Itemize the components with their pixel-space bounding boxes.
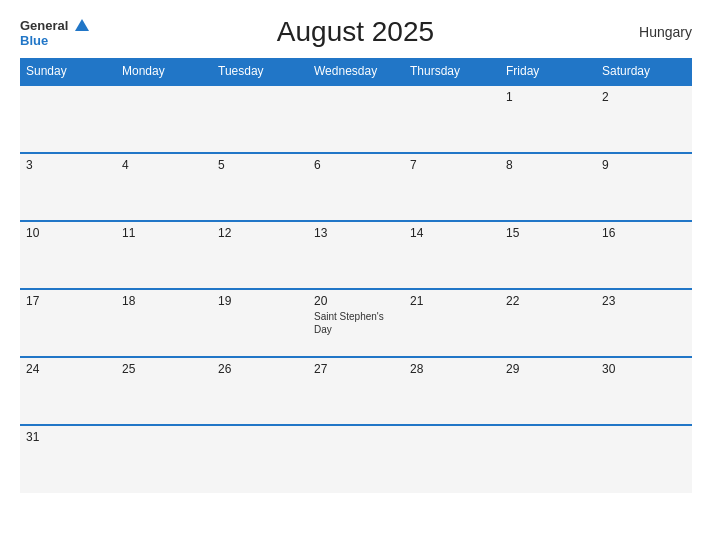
weekday-header-thursday: Thursday xyxy=(404,58,500,85)
day-number: 15 xyxy=(506,226,590,240)
day-number: 25 xyxy=(122,362,206,376)
weekday-header-row: SundayMondayTuesdayWednesdayThursdayFrid… xyxy=(20,58,692,85)
calendar-header: General Blue August 2025 Hungary xyxy=(20,16,692,48)
calendar-day-empty xyxy=(308,85,404,153)
day-number: 18 xyxy=(122,294,206,308)
calendar-day: 25 xyxy=(116,357,212,425)
calendar-day: 28 xyxy=(404,357,500,425)
calendar-day: 4 xyxy=(116,153,212,221)
weekday-header-sunday: Sunday xyxy=(20,58,116,85)
day-number: 14 xyxy=(410,226,494,240)
day-number: 27 xyxy=(314,362,398,376)
day-number: 19 xyxy=(218,294,302,308)
day-number: 5 xyxy=(218,158,302,172)
calendar-day: 12 xyxy=(212,221,308,289)
day-number: 10 xyxy=(26,226,110,240)
calendar-container: General Blue August 2025 Hungary SundayM… xyxy=(0,0,712,550)
calendar-day: 15 xyxy=(500,221,596,289)
calendar-day: 31 xyxy=(20,425,116,493)
calendar-week-row: 3456789 xyxy=(20,153,692,221)
day-number: 3 xyxy=(26,158,110,172)
calendar-day: 23 xyxy=(596,289,692,357)
calendar-week-row: 10111213141516 xyxy=(20,221,692,289)
calendar-day: 13 xyxy=(308,221,404,289)
day-number: 13 xyxy=(314,226,398,240)
calendar-day: 27 xyxy=(308,357,404,425)
calendar-day: 14 xyxy=(404,221,500,289)
calendar-day: 21 xyxy=(404,289,500,357)
calendar-day: 3 xyxy=(20,153,116,221)
calendar-day: 8 xyxy=(500,153,596,221)
day-number: 9 xyxy=(602,158,686,172)
logo-general: General xyxy=(20,16,89,34)
calendar-week-row: 31 xyxy=(20,425,692,493)
day-number: 1 xyxy=(506,90,590,104)
calendar-day: 2 xyxy=(596,85,692,153)
calendar-day: 29 xyxy=(500,357,596,425)
weekday-header-monday: Monday xyxy=(116,58,212,85)
day-number: 7 xyxy=(410,158,494,172)
day-number: 28 xyxy=(410,362,494,376)
day-number: 12 xyxy=(218,226,302,240)
logo-blue: Blue xyxy=(20,34,89,48)
country-label: Hungary xyxy=(622,24,692,40)
calendar-day: 20Saint Stephen's Day xyxy=(308,289,404,357)
calendar-day: 7 xyxy=(404,153,500,221)
calendar-day: 6 xyxy=(308,153,404,221)
calendar-day: 9 xyxy=(596,153,692,221)
calendar-day: 10 xyxy=(20,221,116,289)
calendar-week-row: 17181920Saint Stephen's Day212223 xyxy=(20,289,692,357)
day-number: 4 xyxy=(122,158,206,172)
calendar-grid: SundayMondayTuesdayWednesdayThursdayFrid… xyxy=(20,58,692,493)
calendar-day-empty xyxy=(596,425,692,493)
day-number: 29 xyxy=(506,362,590,376)
day-number: 31 xyxy=(26,430,110,444)
calendar-day-empty xyxy=(116,85,212,153)
calendar-title: August 2025 xyxy=(89,16,622,48)
calendar-day-empty xyxy=(308,425,404,493)
day-number: 30 xyxy=(602,362,686,376)
day-number: 2 xyxy=(602,90,686,104)
day-number: 26 xyxy=(218,362,302,376)
day-number: 16 xyxy=(602,226,686,240)
calendar-day: 5 xyxy=(212,153,308,221)
calendar-day-empty xyxy=(212,85,308,153)
calendar-day: 24 xyxy=(20,357,116,425)
logo-triangle-icon xyxy=(75,19,89,31)
day-number: 20 xyxy=(314,294,398,308)
day-number: 11 xyxy=(122,226,206,240)
calendar-day: 17 xyxy=(20,289,116,357)
calendar-day-empty xyxy=(500,425,596,493)
calendar-day: 11 xyxy=(116,221,212,289)
day-number: 17 xyxy=(26,294,110,308)
day-number: 24 xyxy=(26,362,110,376)
calendar-day: 19 xyxy=(212,289,308,357)
calendar-day: 26 xyxy=(212,357,308,425)
calendar-week-row: 24252627282930 xyxy=(20,357,692,425)
day-event: Saint Stephen's Day xyxy=(314,310,398,336)
weekday-header-friday: Friday xyxy=(500,58,596,85)
weekday-header-saturday: Saturday xyxy=(596,58,692,85)
day-number: 21 xyxy=(410,294,494,308)
logo: General Blue xyxy=(20,16,89,48)
weekday-header-wednesday: Wednesday xyxy=(308,58,404,85)
calendar-day-empty xyxy=(404,425,500,493)
calendar-day: 30 xyxy=(596,357,692,425)
calendar-day: 22 xyxy=(500,289,596,357)
day-number: 8 xyxy=(506,158,590,172)
day-number: 23 xyxy=(602,294,686,308)
calendar-day: 1 xyxy=(500,85,596,153)
calendar-day-empty xyxy=(20,85,116,153)
calendar-day: 16 xyxy=(596,221,692,289)
weekday-header-tuesday: Tuesday xyxy=(212,58,308,85)
calendar-day-empty xyxy=(116,425,212,493)
calendar-day-empty xyxy=(212,425,308,493)
calendar-day-empty xyxy=(404,85,500,153)
calendar-week-row: 12 xyxy=(20,85,692,153)
day-number: 22 xyxy=(506,294,590,308)
day-number: 6 xyxy=(314,158,398,172)
calendar-day: 18 xyxy=(116,289,212,357)
